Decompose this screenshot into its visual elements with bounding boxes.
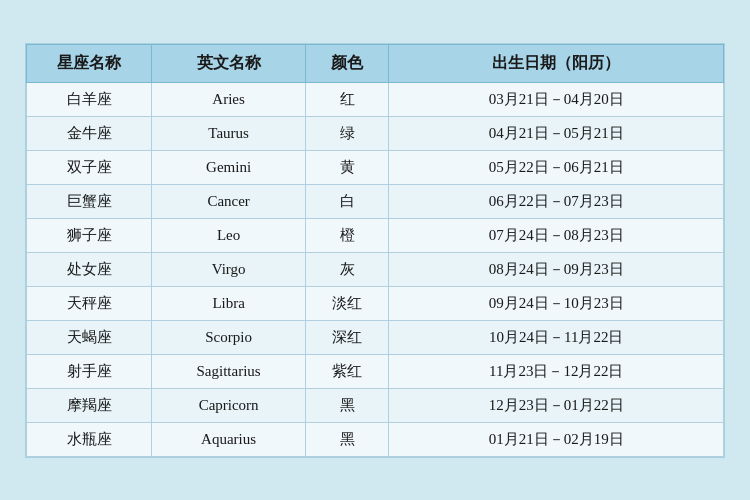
cell-english: Cancer: [152, 184, 305, 218]
cell-chinese: 处女座: [27, 252, 152, 286]
header-date: 出生日期（阳历）: [389, 44, 724, 82]
table-row: 处女座Virgo灰08月24日－09月23日: [27, 252, 724, 286]
cell-english: Sagittarius: [152, 354, 305, 388]
cell-color: 黑: [305, 388, 389, 422]
cell-color: 黄: [305, 150, 389, 184]
zodiac-table-container: 星座名称 英文名称 颜色 出生日期（阳历） 白羊座Aries红03月21日－04…: [25, 43, 725, 458]
table-row: 金牛座Taurus绿04月21日－05月21日: [27, 116, 724, 150]
cell-color: 红: [305, 82, 389, 116]
cell-date: 10月24日－11月22日: [389, 320, 724, 354]
cell-english: Aquarius: [152, 422, 305, 456]
cell-chinese: 天秤座: [27, 286, 152, 320]
cell-color: 灰: [305, 252, 389, 286]
table-row: 射手座Sagittarius紫红11月23日－12月22日: [27, 354, 724, 388]
cell-date: 11月23日－12月22日: [389, 354, 724, 388]
table-row: 水瓶座Aquarius黑01月21日－02月19日: [27, 422, 724, 456]
cell-chinese: 巨蟹座: [27, 184, 152, 218]
cell-color: 白: [305, 184, 389, 218]
table-header-row: 星座名称 英文名称 颜色 出生日期（阳历）: [27, 44, 724, 82]
cell-date: 06月22日－07月23日: [389, 184, 724, 218]
cell-chinese: 射手座: [27, 354, 152, 388]
cell-date: 01月21日－02月19日: [389, 422, 724, 456]
cell-chinese: 双子座: [27, 150, 152, 184]
cell-chinese: 摩羯座: [27, 388, 152, 422]
cell-english: Virgo: [152, 252, 305, 286]
cell-date: 05月22日－06月21日: [389, 150, 724, 184]
cell-date: 08月24日－09月23日: [389, 252, 724, 286]
cell-english: Leo: [152, 218, 305, 252]
cell-chinese: 狮子座: [27, 218, 152, 252]
header-color: 颜色: [305, 44, 389, 82]
cell-date: 03月21日－04月20日: [389, 82, 724, 116]
table-row: 天秤座Libra淡红09月24日－10月23日: [27, 286, 724, 320]
cell-english: Aries: [152, 82, 305, 116]
cell-date: 04月21日－05月21日: [389, 116, 724, 150]
cell-chinese: 金牛座: [27, 116, 152, 150]
cell-date: 09月24日－10月23日: [389, 286, 724, 320]
cell-color: 黑: [305, 422, 389, 456]
cell-chinese: 水瓶座: [27, 422, 152, 456]
table-row: 白羊座Aries红03月21日－04月20日: [27, 82, 724, 116]
table-row: 摩羯座Capricorn黑12月23日－01月22日: [27, 388, 724, 422]
header-english: 英文名称: [152, 44, 305, 82]
cell-chinese: 白羊座: [27, 82, 152, 116]
header-chinese: 星座名称: [27, 44, 152, 82]
cell-date: 12月23日－01月22日: [389, 388, 724, 422]
table-body: 白羊座Aries红03月21日－04月20日金牛座Taurus绿04月21日－0…: [27, 82, 724, 456]
table-row: 巨蟹座Cancer白06月22日－07月23日: [27, 184, 724, 218]
cell-color: 绿: [305, 116, 389, 150]
cell-chinese: 天蝎座: [27, 320, 152, 354]
zodiac-table: 星座名称 英文名称 颜色 出生日期（阳历） 白羊座Aries红03月21日－04…: [26, 44, 724, 457]
cell-color: 紫红: [305, 354, 389, 388]
cell-english: Libra: [152, 286, 305, 320]
cell-english: Gemini: [152, 150, 305, 184]
cell-english: Taurus: [152, 116, 305, 150]
table-row: 天蝎座Scorpio深红10月24日－11月22日: [27, 320, 724, 354]
cell-color: 橙: [305, 218, 389, 252]
cell-english: Capricorn: [152, 388, 305, 422]
table-row: 狮子座Leo橙07月24日－08月23日: [27, 218, 724, 252]
table-row: 双子座Gemini黄05月22日－06月21日: [27, 150, 724, 184]
cell-english: Scorpio: [152, 320, 305, 354]
cell-color: 深红: [305, 320, 389, 354]
cell-date: 07月24日－08月23日: [389, 218, 724, 252]
cell-color: 淡红: [305, 286, 389, 320]
